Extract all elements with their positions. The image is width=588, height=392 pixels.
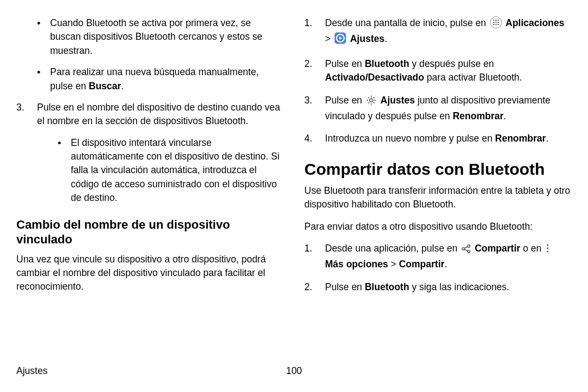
step-text: Pulse en el nombre del dispositivo de de… xyxy=(37,102,280,126)
paragraph: Use Bluetooth para transferir informació… xyxy=(304,184,572,212)
svg-point-2 xyxy=(495,20,497,21)
step-text: o en xyxy=(520,243,544,254)
step-text: Pulse en xyxy=(325,281,365,292)
step-number: 2. xyxy=(304,280,313,294)
bullet-text: Para realizar una nueva búsqueda manualm… xyxy=(50,66,259,91)
sub-heading: Cambio del nombre de un dispositivo vinc… xyxy=(16,217,284,247)
step-text: . xyxy=(384,33,387,44)
svg-point-15 xyxy=(462,248,464,250)
step-number: 3. xyxy=(304,94,313,107)
svg-point-20 xyxy=(547,247,549,249)
settings-icon xyxy=(334,32,346,48)
sub-bullet-list: El dispositivo intentará vincularse auto… xyxy=(37,136,284,205)
step-text: Desde una pantalla de inicio, pulse en xyxy=(325,17,489,28)
svg-point-4 xyxy=(493,22,494,23)
svg-line-17 xyxy=(464,247,468,248)
bold-text: Renombrar xyxy=(495,133,546,144)
bold-text: Compartir xyxy=(399,259,445,270)
page-body: Cuando Bluetooth se activa por primera v… xyxy=(0,0,588,303)
share-icon xyxy=(461,244,471,258)
bullet-text: . xyxy=(121,81,124,91)
list-item: 1. Desde una pantalla de inicio, pulse e… xyxy=(304,16,572,48)
separator: > xyxy=(388,259,399,270)
step-text: . xyxy=(504,111,506,121)
bold-text: Activado/Desactivado xyxy=(325,72,424,83)
bold-text: Más opciones xyxy=(325,259,388,270)
bold-text: Bluetooth xyxy=(365,58,409,69)
list-item: 4. Introduzca un nuevo nombre y pulse en… xyxy=(304,132,572,145)
list-item: El dispositivo intentará vincularse auto… xyxy=(58,136,284,205)
ordered-list: 1. Desde una pantalla de inicio, pulse e… xyxy=(304,16,572,146)
svg-point-5 xyxy=(495,22,497,23)
sub-bullet-text: El dispositivo intentará vincularse auto… xyxy=(71,137,279,204)
bullet-list: Cuando Bluetooth se activa por primera v… xyxy=(16,16,284,93)
ordered-list: 3. Pulse en el nombre del dispositivo de… xyxy=(16,101,284,205)
step-text: para activar Bluetooth. xyxy=(424,72,522,83)
svg-point-13 xyxy=(370,99,373,102)
svg-point-6 xyxy=(497,22,499,23)
step-number: 1. xyxy=(304,242,313,255)
more-options-icon xyxy=(545,243,550,258)
svg-point-8 xyxy=(495,24,497,26)
main-heading: Compartir datos con Bluetooth xyxy=(304,160,572,179)
step-text: Pulse en xyxy=(325,95,365,106)
apps-icon xyxy=(490,16,502,32)
step-text: Pulse en xyxy=(325,58,365,69)
svg-point-16 xyxy=(468,250,470,253)
footer-section-label: Ajustes xyxy=(16,365,47,377)
bold-text: Compartir xyxy=(475,243,520,254)
step-text: Desde una aplicación, pulse en xyxy=(325,243,460,254)
step-number: 2. xyxy=(304,57,313,71)
list-item: 2. Pulse en Bluetooth y siga las indicac… xyxy=(304,280,572,294)
bold-text: Renombrar xyxy=(452,111,503,121)
svg-point-9 xyxy=(497,24,499,26)
step-text: . xyxy=(546,133,549,144)
svg-point-12 xyxy=(339,37,341,39)
bold-text: Buscar xyxy=(89,81,121,91)
list-item: Para realizar una nueva búsqueda manualm… xyxy=(37,65,284,93)
svg-point-19 xyxy=(547,244,549,246)
svg-point-7 xyxy=(493,24,494,26)
step-text: y siga las indicaciones. xyxy=(409,281,510,292)
list-item: 3. Pulse en Ajustes junto al dispositivo… xyxy=(304,94,572,124)
list-item: 1. Desde una aplicación, pulse en Compar… xyxy=(304,242,572,272)
paragraph: Una vez que vincule su dispositivo a otr… xyxy=(16,253,284,294)
list-item: 2. Pulse en Bluetooth y después pulse en… xyxy=(304,57,572,85)
list-item: Cuando Bluetooth se activa por primera v… xyxy=(37,16,284,58)
bold-text: Aplicaciones xyxy=(506,17,565,28)
step-text: Introduzca un nuevo nombre y pulse en xyxy=(325,133,495,144)
footer-page-number: 100 xyxy=(286,365,302,377)
page-footer: Ajustes 100 xyxy=(16,365,572,377)
separator: > xyxy=(325,33,333,44)
svg-point-21 xyxy=(547,250,549,252)
ordered-list: 1. Desde una aplicación, pulse en Compar… xyxy=(304,242,572,294)
bold-text: Ajustes xyxy=(381,95,415,106)
bold-text: Bluetooth xyxy=(365,281,409,292)
left-column: Cuando Bluetooth se activa por primera v… xyxy=(16,16,284,303)
list-item: 3. Pulse en el nombre del dispositivo de… xyxy=(16,101,284,205)
right-column: 1. Desde una pantalla de inicio, pulse e… xyxy=(304,16,572,303)
bold-text: Ajustes xyxy=(350,33,384,44)
step-text: y después pulse en xyxy=(409,58,494,69)
svg-point-3 xyxy=(497,20,499,21)
step-number: 1. xyxy=(304,16,313,30)
step-number: 4. xyxy=(304,132,313,145)
svg-line-18 xyxy=(464,249,468,251)
step-number: 3. xyxy=(16,101,24,114)
svg-point-14 xyxy=(468,245,470,247)
bullet-text: Cuando Bluetooth se activa por primera v… xyxy=(50,17,262,56)
gear-icon xyxy=(366,95,377,109)
paragraph: Para enviar datos a otro dispositivo usa… xyxy=(304,220,572,234)
step-text: . xyxy=(444,259,447,270)
svg-point-1 xyxy=(493,20,494,21)
